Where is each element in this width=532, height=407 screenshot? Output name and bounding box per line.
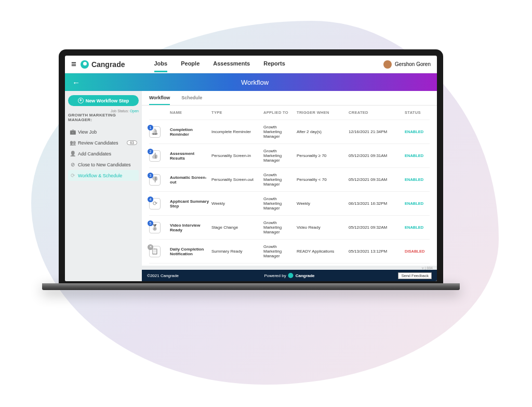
table-row[interactable]: ✕📋Daily Completion NotificationSummary R… — [149, 240, 430, 264]
step-number: ✕ — [148, 244, 153, 250]
sidebar-item-label: View Job — [78, 129, 97, 135]
plus-icon: + — [78, 98, 84, 103]
sidebar-item-review-candidates[interactable]: 👥Review Candidates63 — [68, 137, 139, 148]
status-badge: ENABLED — [405, 177, 436, 182]
hamburger-icon[interactable]: ≡ — [71, 59, 76, 70]
status-badge: ENABLED — [405, 225, 436, 230]
row-applied: Growth Marketing Manager — [263, 220, 295, 234]
sidebar-item-label: Review Candidates — [78, 140, 118, 146]
step-number: 5 — [148, 220, 153, 226]
row-type: Weekly — [211, 201, 261, 206]
col-header: TRIGGER WHEN — [297, 110, 347, 115]
row-created: 05/13/2021 13:12PM — [349, 249, 403, 254]
row-name: Applicant Summary Step — [170, 199, 209, 208]
row-applied: Growth Marketing Manager — [263, 173, 295, 187]
row-trigger: Personality ≥ 70 — [297, 153, 347, 158]
footer: ©2021 Cangrade Powered by Cangrade Send … — [142, 270, 437, 281]
row-type: Summary Ready — [211, 249, 261, 254]
new-workflow-step-button[interactable]: + New Workflow Step — [68, 95, 139, 106]
table-row[interactable]: 2👍Assessment ResultsPersonality Screen-i… — [149, 144, 430, 168]
table-row[interactable]: 3👎Automatic Screen-outPersonality Screen… — [149, 168, 430, 192]
row-created: 12/16/2021 21:34PM — [349, 129, 403, 134]
status-badge: ENABLED — [405, 129, 436, 134]
table-row[interactable]: 4⟳Applicant Summary StepWeeklyGrowth Mar… — [149, 192, 430, 216]
row-trigger: Personality < 70 — [297, 177, 347, 182]
row-name: Automatic Screen-out — [170, 175, 209, 185]
send-feedback-button[interactable]: Send Feedback — [398, 272, 432, 279]
nav-assessments[interactable]: Assessments — [213, 60, 250, 68]
footer-brand: Cangrade — [296, 273, 315, 278]
row-type: Incomplete Reminder — [211, 129, 261, 134]
row-name: Assessment Results — [170, 151, 209, 161]
avatar — [383, 60, 392, 69]
row-created: 05/12/2021 09:31AM — [349, 153, 403, 158]
col-header: STATUS — [405, 110, 436, 115]
row-created: 05/12/2021 09:31AM — [349, 177, 403, 182]
row-applied: Growth Marketing Manager — [263, 125, 295, 139]
sidebar-item-label: Add Candidates — [78, 151, 111, 156]
step-number: 1 — [148, 125, 153, 130]
col-header: CREATED — [349, 110, 403, 115]
page-title: Workflow — [241, 78, 269, 86]
job-status-label: Job Status: Open — [68, 109, 139, 113]
col-header: TYPE — [211, 110, 261, 115]
row-type: Stage Change — [211, 225, 261, 230]
sidebar-item-view-job[interactable]: 💼View Job — [68, 126, 139, 137]
close-circle-icon: ⊘ — [70, 162, 75, 167]
col-header: NAME — [170, 110, 209, 115]
row-trigger: READY Applications — [297, 249, 347, 254]
tab-schedule[interactable]: Schedule — [181, 95, 202, 105]
topbar: ≡ Cangrade JobsPeopleAssessmentsReports … — [65, 56, 437, 73]
row-applied: Growth Marketing Manager — [263, 149, 295, 163]
row-type: Personality Screen-in — [211, 153, 261, 158]
powered-by: Powered by — [264, 273, 286, 278]
row-type: Personality Screen-out — [211, 177, 261, 182]
sidebar: + New Workflow Step Job Status: Open GRO… — [65, 91, 142, 281]
row-created: 05/12/2021 09:32AM — [349, 225, 403, 230]
row-trigger: After 2 day(s) — [297, 129, 347, 134]
row-applied: Growth Marketing Manager — [263, 196, 295, 211]
sidebar-item-close-to-new-candidates[interactable]: ⊘Close to New Candidates — [68, 159, 139, 170]
back-arrow-icon[interactable]: ← — [72, 78, 80, 87]
clock-icon: ⟳ — [70, 173, 75, 178]
version-label: v | 884 — [142, 266, 437, 270]
sidebar-item-label: Close to New Candidates — [78, 162, 131, 167]
briefcase-icon: 💼 — [70, 129, 75, 135]
copyright: ©2021 Cangrade — [147, 273, 179, 278]
status-badge: ENABLED — [405, 153, 436, 158]
step-number: 3 — [148, 173, 153, 178]
row-name: Completion Reminder — [170, 127, 209, 137]
brand[interactable]: Cangrade — [81, 60, 125, 69]
table-header: NAMETYPEAPPLIED TOTRIGGER WHENCREATEDSTA… — [149, 106, 430, 120]
step-number: 2 — [148, 149, 153, 154]
nav-people[interactable]: People — [181, 60, 200, 68]
tab-workflow[interactable]: Workflow — [149, 95, 170, 105]
sidebar-item-label: Workflow & Schedule — [78, 173, 122, 178]
table-row[interactable]: 1🔔Completion ReminderIncomplete Reminder… — [149, 120, 430, 144]
sub-tabs: WorkflowSchedule — [142, 91, 437, 106]
nav-reports[interactable]: Reports — [263, 60, 285, 68]
user-menu[interactable]: Gershon Goren — [383, 60, 431, 69]
brand-logo-icon — [81, 60, 89, 69]
step-number: 4 — [148, 196, 153, 202]
row-trigger: Weekly — [297, 201, 347, 206]
status-badge: ENABLED — [405, 201, 436, 206]
row-applied: Growth Marketing Manager — [263, 244, 295, 258]
page-header: ← Workflow — [65, 73, 437, 91]
user-name: Gershon Goren — [395, 61, 431, 67]
sidebar-item-workflow-schedule[interactable]: ⟳Workflow & Schedule — [68, 170, 139, 181]
main-nav: JobsPeopleAssessmentsReports — [154, 60, 285, 68]
footer-logo-icon — [288, 273, 294, 278]
row-name: Daily Completion Notification — [170, 247, 209, 256]
table-row[interactable]: 5🏅Video Interview ReadyStage ChangeGrowt… — [149, 216, 430, 240]
brand-name: Cangrade — [91, 60, 125, 69]
badge-count: 63 — [127, 140, 137, 145]
sidebar-item-add-candidates[interactable]: 👤Add Candidates — [68, 148, 139, 159]
add-user-icon: 👤 — [70, 151, 75, 156]
status-badge: DISABLED — [405, 249, 436, 254]
row-created: 06/13/2021 16:32PM — [349, 201, 403, 206]
nav-jobs[interactable]: Jobs — [154, 60, 168, 72]
users-icon: 👥 — [70, 140, 75, 146]
job-name: GROWTH MARKETING MANAGER: — [68, 113, 139, 122]
row-trigger: Video Ready — [297, 225, 347, 230]
